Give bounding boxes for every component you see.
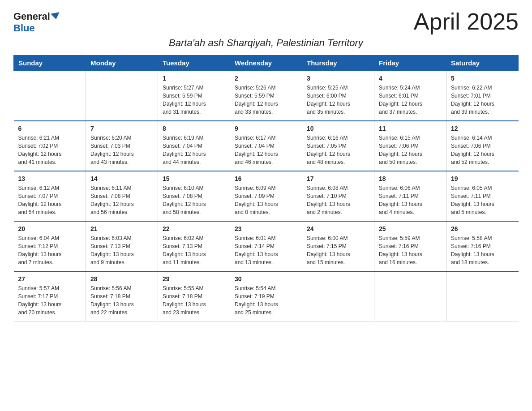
calendar-week-row: 6Sunrise: 6:21 AM Sunset: 7:02 PM Daylig…	[14, 121, 519, 171]
calendar-week-row: 20Sunrise: 6:04 AM Sunset: 7:12 PM Dayli…	[14, 221, 519, 271]
calendar-cell: 26Sunrise: 5:58 AM Sunset: 7:16 PM Dayli…	[446, 221, 519, 271]
calendar-cell: 24Sunrise: 6:00 AM Sunset: 7:15 PM Dayli…	[302, 221, 374, 271]
header: General Blue April 2025	[13, 9, 519, 34]
calendar-cell: 12Sunrise: 6:14 AM Sunset: 7:06 PM Dayli…	[446, 121, 519, 171]
day-info: Sunrise: 6:04 AM Sunset: 7:12 PM Dayligh…	[18, 234, 82, 266]
day-number: 6	[18, 125, 82, 132]
calendar-cell: 28Sunrise: 5:56 AM Sunset: 7:18 PM Dayli…	[86, 271, 158, 321]
calendar-week-row: 13Sunrise: 6:12 AM Sunset: 7:07 PM Dayli…	[14, 171, 519, 221]
calendar-cell: 19Sunrise: 6:05 AM Sunset: 7:11 PM Dayli…	[446, 171, 519, 221]
calendar-cell: 16Sunrise: 6:09 AM Sunset: 7:09 PM Dayli…	[230, 171, 302, 221]
day-number: 14	[90, 175, 153, 182]
day-number: 15	[163, 175, 225, 182]
day-number: 19	[451, 175, 514, 182]
day-info: Sunrise: 6:00 AM Sunset: 7:15 PM Dayligh…	[307, 234, 369, 266]
day-info: Sunrise: 6:01 AM Sunset: 7:14 PM Dayligh…	[235, 234, 297, 266]
weekday-header-tuesday: Tuesday	[158, 56, 230, 71]
day-number: 17	[307, 175, 369, 182]
location-subtitle: Barta'ah ash Sharqiyah, Palestinian Terr…	[13, 37, 519, 49]
logo-blue-text: Blue	[13, 22, 35, 34]
calendar-cell: 18Sunrise: 6:06 AM Sunset: 7:11 PM Dayli…	[374, 171, 446, 221]
calendar-cell: 17Sunrise: 6:08 AM Sunset: 7:10 PM Dayli…	[302, 171, 374, 221]
logo-triangle-icon	[51, 12, 60, 20]
day-info: Sunrise: 5:59 AM Sunset: 7:16 PM Dayligh…	[379, 234, 442, 266]
logo-general-text: General	[13, 11, 50, 22]
day-number: 4	[379, 75, 442, 82]
calendar-cell: 29Sunrise: 5:55 AM Sunset: 7:18 PM Dayli…	[158, 271, 230, 321]
day-info: Sunrise: 6:17 AM Sunset: 7:04 PM Dayligh…	[235, 134, 297, 166]
day-info: Sunrise: 6:22 AM Sunset: 7:01 PM Dayligh…	[451, 84, 514, 116]
calendar-cell: 13Sunrise: 6:12 AM Sunset: 7:07 PM Dayli…	[14, 171, 86, 221]
logo-general: General	[13, 11, 60, 22]
calendar-cell: 3Sunrise: 5:25 AM Sunset: 6:00 PM Daylig…	[302, 71, 374, 121]
calendar-week-row: 1Sunrise: 5:27 AM Sunset: 5:59 PM Daylig…	[14, 71, 519, 121]
day-info: Sunrise: 6:09 AM Sunset: 7:09 PM Dayligh…	[235, 184, 297, 216]
day-info: Sunrise: 6:08 AM Sunset: 7:10 PM Dayligh…	[307, 184, 369, 216]
day-info: Sunrise: 6:19 AM Sunset: 7:04 PM Dayligh…	[163, 134, 225, 166]
calendar-cell: 22Sunrise: 6:02 AM Sunset: 7:13 PM Dayli…	[158, 221, 230, 271]
day-number: 27	[18, 275, 82, 283]
day-info: Sunrise: 5:58 AM Sunset: 7:16 PM Dayligh…	[451, 234, 514, 266]
calendar-cell: 21Sunrise: 6:03 AM Sunset: 7:13 PM Dayli…	[86, 221, 158, 271]
day-number: 21	[90, 225, 153, 232]
calendar-cell	[86, 71, 158, 121]
day-info: Sunrise: 6:06 AM Sunset: 7:11 PM Dayligh…	[379, 184, 442, 216]
day-info: Sunrise: 6:14 AM Sunset: 7:06 PM Dayligh…	[451, 134, 514, 166]
calendar-cell: 30Sunrise: 5:54 AM Sunset: 7:19 PM Dayli…	[230, 271, 302, 321]
calendar-cell	[14, 71, 86, 121]
calendar-cell: 20Sunrise: 6:04 AM Sunset: 7:12 PM Dayli…	[14, 221, 86, 271]
day-info: Sunrise: 6:16 AM Sunset: 7:05 PM Dayligh…	[307, 134, 369, 166]
calendar-cell: 2Sunrise: 5:26 AM Sunset: 5:59 PM Daylig…	[230, 71, 302, 121]
day-info: Sunrise: 6:15 AM Sunset: 7:06 PM Dayligh…	[379, 134, 442, 166]
day-number: 5	[451, 75, 514, 82]
day-number: 30	[235, 275, 297, 283]
day-number: 29	[163, 275, 225, 283]
day-info: Sunrise: 6:21 AM Sunset: 7:02 PM Dayligh…	[18, 134, 82, 166]
calendar-cell: 7Sunrise: 6:20 AM Sunset: 7:03 PM Daylig…	[86, 121, 158, 171]
calendar-cell: 9Sunrise: 6:17 AM Sunset: 7:04 PM Daylig…	[230, 121, 302, 171]
day-info: Sunrise: 5:27 AM Sunset: 5:59 PM Dayligh…	[163, 84, 225, 116]
calendar-cell	[302, 271, 374, 321]
weekday-header-monday: Monday	[86, 56, 158, 71]
day-info: Sunrise: 5:24 AM Sunset: 6:01 PM Dayligh…	[379, 84, 442, 116]
day-number: 20	[18, 225, 82, 232]
day-number: 25	[379, 225, 442, 232]
day-info: Sunrise: 6:03 AM Sunset: 7:13 PM Dayligh…	[90, 234, 153, 266]
calendar-cell: 10Sunrise: 6:16 AM Sunset: 7:05 PM Dayli…	[302, 121, 374, 171]
day-number: 2	[235, 75, 297, 82]
calendar-cell: 25Sunrise: 5:59 AM Sunset: 7:16 PM Dayli…	[374, 221, 446, 271]
day-info: Sunrise: 6:12 AM Sunset: 7:07 PM Dayligh…	[18, 184, 82, 216]
day-info: Sunrise: 5:25 AM Sunset: 6:00 PM Dayligh…	[307, 84, 369, 116]
day-info: Sunrise: 5:56 AM Sunset: 7:18 PM Dayligh…	[90, 284, 153, 317]
day-info: Sunrise: 6:10 AM Sunset: 7:08 PM Dayligh…	[163, 184, 225, 216]
weekday-header-saturday: Saturday	[446, 56, 519, 71]
calendar-week-row: 27Sunrise: 5:57 AM Sunset: 7:17 PM Dayli…	[14, 271, 519, 321]
calendar-cell: 5Sunrise: 6:22 AM Sunset: 7:01 PM Daylig…	[446, 71, 519, 121]
day-number: 9	[235, 125, 297, 132]
day-number: 26	[451, 225, 514, 232]
day-number: 18	[379, 175, 442, 182]
calendar-table: SundayMondayTuesdayWednesdayThursdayFrid…	[13, 55, 519, 321]
calendar-cell: 27Sunrise: 5:57 AM Sunset: 7:17 PM Dayli…	[14, 271, 86, 321]
weekday-header-thursday: Thursday	[302, 56, 374, 71]
calendar-cell: 11Sunrise: 6:15 AM Sunset: 7:06 PM Dayli…	[374, 121, 446, 171]
day-number: 11	[379, 125, 442, 132]
day-number: 8	[163, 125, 225, 132]
weekday-header-friday: Friday	[374, 56, 446, 71]
day-info: Sunrise: 5:54 AM Sunset: 7:19 PM Dayligh…	[235, 284, 297, 317]
day-info: Sunrise: 6:02 AM Sunset: 7:13 PM Dayligh…	[163, 234, 225, 266]
weekday-header-wednesday: Wednesday	[230, 56, 302, 71]
calendar-cell: 1Sunrise: 5:27 AM Sunset: 5:59 PM Daylig…	[158, 71, 230, 121]
calendar-cell: 4Sunrise: 5:24 AM Sunset: 6:01 PM Daylig…	[374, 71, 446, 121]
weekday-header-row: SundayMondayTuesdayWednesdayThursdayFrid…	[14, 56, 519, 71]
day-info: Sunrise: 5:55 AM Sunset: 7:18 PM Dayligh…	[163, 284, 225, 317]
day-info: Sunrise: 5:26 AM Sunset: 5:59 PM Dayligh…	[235, 84, 297, 116]
calendar-cell: 8Sunrise: 6:19 AM Sunset: 7:04 PM Daylig…	[158, 121, 230, 171]
weekday-header-sunday: Sunday	[14, 56, 86, 71]
calendar-cell	[374, 271, 446, 321]
day-info: Sunrise: 6:05 AM Sunset: 7:11 PM Dayligh…	[451, 184, 514, 216]
day-info: Sunrise: 6:11 AM Sunset: 7:08 PM Dayligh…	[90, 184, 153, 216]
day-number: 24	[307, 225, 369, 232]
day-number: 1	[163, 75, 225, 82]
day-number: 7	[90, 125, 153, 132]
